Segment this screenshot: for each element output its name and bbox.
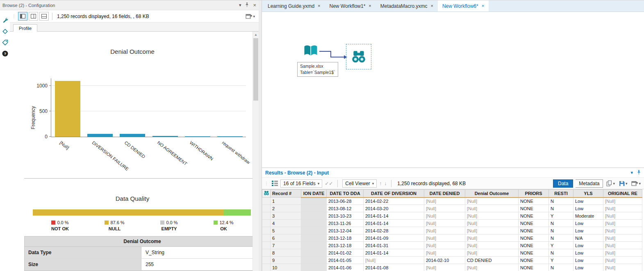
cell[interactable]: [Null] — [465, 198, 519, 205]
cell[interactable]: NONE — [519, 257, 549, 264]
cell[interactable]: 2014-03-20 — [364, 205, 424, 212]
row-selector-cell[interactable] — [262, 234, 271, 242]
cell[interactable]: 2014-01-31 — [364, 242, 424, 249]
cell[interactable]: 2014-01-02 — [327, 249, 364, 257]
workflow-canvas[interactable]: Sample.xlsx Table=`Sample1$` — [262, 12, 644, 168]
cell[interactable]: 5 — [271, 227, 301, 234]
cell[interactable]: N — [549, 227, 573, 234]
column-header-denial-outcome[interactable]: Denial Outcome — [465, 190, 519, 198]
cell[interactable]: [Null] — [603, 264, 642, 271]
vertical-scrollbar[interactable]: ▲ — [253, 32, 259, 271]
close-tab-icon[interactable]: × — [482, 4, 484, 8]
cell[interactable]: NONE — [519, 242, 549, 249]
cell[interactable]: [Null] — [465, 234, 519, 242]
cell[interactable]: 2013-08-12 — [327, 205, 364, 212]
apply-double-check-icon[interactable]: ✓✓ — [325, 181, 333, 186]
binoculars-corner-icon[interactable] — [262, 190, 271, 198]
cell[interactable]: [Null] — [465, 227, 519, 234]
results-pin-icon[interactable] — [637, 170, 641, 176]
cell[interactable]: Low — [573, 227, 603, 234]
cell[interactable] — [301, 234, 327, 242]
column-header-date-to-dda[interactable]: DATE TO DDA — [327, 190, 364, 198]
open-in-new-window-button[interactable]: ▾ — [244, 13, 257, 20]
cell[interactable] — [301, 264, 327, 271]
cell[interactable]: NONE — [519, 198, 549, 205]
metadata-toggle-button[interactable]: Metadata — [576, 179, 603, 188]
cell[interactable]: 2013-12-18 — [327, 234, 364, 242]
cell[interactable]: [Null] — [424, 264, 465, 271]
column-header-original-re[interactable]: ORIGINAL RE — [603, 190, 642, 198]
fields-dropdown[interactable]: 16 of 16 Fields ▾ — [280, 179, 322, 188]
cell[interactable] — [301, 227, 327, 234]
scroll-bottom-arrow-icon[interactable]: ↓ — [384, 181, 387, 186]
open-results-new-window-button[interactable]: ▾ — [630, 180, 642, 187]
cell[interactable]: NONE — [519, 205, 549, 212]
row-selector-cell[interactable] — [262, 249, 271, 257]
cell[interactable]: [Null] — [465, 205, 519, 212]
tab-profile[interactable]: Profile — [13, 24, 37, 32]
cell[interactable]: 2013-10-23 — [327, 212, 364, 220]
cell[interactable] — [301, 249, 327, 257]
configuration-wrench-icon[interactable] — [2, 17, 8, 23]
row-selector-cell[interactable] — [262, 227, 271, 234]
scrollbar-thumb[interactable] — [253, 38, 258, 101]
cell[interactable]: [Null] — [465, 212, 519, 220]
cell[interactable]: 8 — [271, 249, 301, 257]
row-selector-cell[interactable] — [262, 242, 271, 249]
cell[interactable]: [Null] — [603, 205, 642, 212]
cell[interactable]: [Null] — [424, 212, 465, 220]
cell[interactable]: 2014-01-05 — [327, 257, 364, 264]
cell[interactable]: Y — [549, 257, 573, 264]
workflow-diamond-icon[interactable] — [2, 28, 8, 34]
data-toggle-button[interactable]: Data — [553, 179, 573, 188]
close-pane-icon[interactable]: × — [253, 2, 256, 8]
close-tab-icon[interactable]: × — [369, 4, 371, 8]
cell[interactable] — [301, 242, 327, 249]
cell[interactable]: [Null] — [424, 220, 465, 227]
cell[interactable]: 2013-12-18 — [327, 242, 364, 249]
cell[interactable]: Low — [573, 257, 603, 264]
close-tab-icon[interactable]: × — [430, 4, 433, 8]
cell[interactable]: [Null] — [424, 205, 465, 212]
cell[interactable]: [Null] — [465, 242, 519, 249]
row-selector-cell[interactable] — [262, 212, 271, 220]
cell[interactable] — [301, 220, 327, 227]
cell[interactable]: [Null] — [465, 249, 519, 257]
cell[interactable]: [Null] — [603, 198, 642, 205]
cell[interactable]: 10 — [271, 264, 301, 271]
cell[interactable]: [Null] — [603, 249, 642, 257]
column-header-ion-date[interactable]: ION DATE — [301, 190, 327, 198]
cell[interactable]: 2014-01-14 — [364, 249, 424, 257]
cell[interactable]: CD DENIED — [465, 257, 519, 264]
cell[interactable]: NONE — [519, 264, 549, 271]
browse-tool[interactable] — [346, 44, 371, 69]
cell[interactable]: [Null] — [603, 242, 642, 249]
cell[interactable]: NONE — [519, 234, 549, 242]
cell[interactable]: 2014-01-14 — [364, 220, 424, 227]
cell[interactable]: [Null] — [603, 234, 642, 242]
column-header-yls[interactable]: YLS — [573, 190, 603, 198]
scroll-top-arrow-icon[interactable]: ↑ — [379, 181, 382, 186]
split-rows-view-button[interactable] — [39, 12, 49, 21]
input-data-tool[interactable] — [303, 44, 319, 60]
cell[interactable]: Low — [573, 242, 603, 249]
cell[interactable]: 2014-01-09 — [364, 234, 424, 242]
table-list-icon[interactable] — [272, 181, 278, 186]
cell[interactable]: 9 — [271, 257, 301, 264]
cell-viewer-dropdown[interactable]: Cell Viewer ▾ — [342, 179, 377, 188]
row-selector-cell[interactable] — [262, 264, 271, 271]
cell[interactable]: [Null] — [424, 234, 465, 242]
cell[interactable]: 2014-02-28 — [364, 227, 424, 234]
save-button[interactable]: ▾ — [618, 180, 628, 187]
cell[interactable]: NONE — [519, 227, 549, 234]
column-header-record[interactable]: Record # — [271, 190, 301, 198]
cell[interactable]: [Null] — [465, 264, 519, 271]
cell[interactable]: 2 — [271, 205, 301, 212]
row-selector-cell[interactable] — [262, 257, 271, 264]
cell[interactable]: 2014-01-08 — [364, 264, 424, 271]
tool-annotation[interactable]: Sample.xlsx Table=`Sample1$` — [297, 62, 338, 77]
cell[interactable]: N — [549, 234, 573, 242]
cell[interactable] — [301, 257, 327, 264]
cell[interactable]: 4 — [271, 220, 301, 227]
cell[interactable] — [301, 198, 327, 205]
